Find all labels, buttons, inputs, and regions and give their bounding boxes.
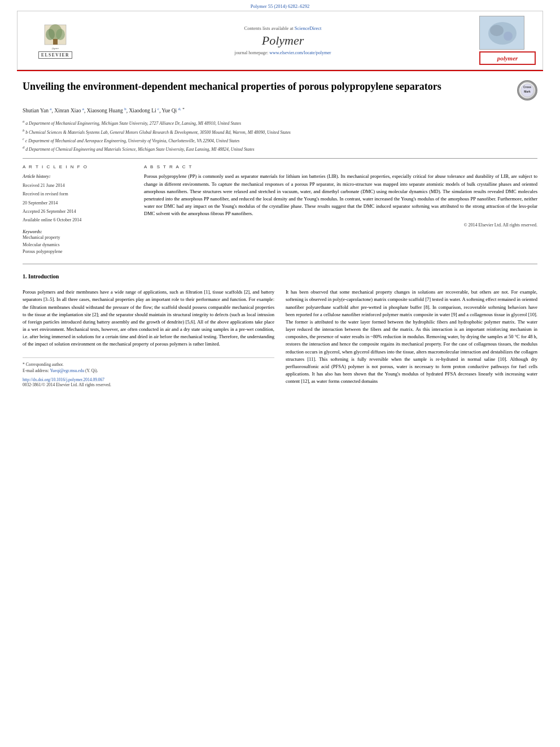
footer-links: http://dx.doi.org/10.1016/j.polymer.2014… xyxy=(23,377,274,387)
elsevier-tree-icon: figure xyxy=(39,22,72,50)
keyword-3: Porous polypropylene xyxy=(23,248,133,256)
article-content: Unveiling the environment-dependent mech… xyxy=(0,71,560,387)
polymer-logo-area: polymer xyxy=(479,16,536,65)
affil-a: a a Department of Mechanical Engineering… xyxy=(23,119,537,126)
affil-b: b b Chemical Sciences & Materials System… xyxy=(23,128,537,136)
introduction-section: 1. Introduction Porous polymers and thei… xyxy=(23,273,537,387)
crossmark-logo[interactable]: Cross Mark xyxy=(517,80,537,101)
abstract-text: Porous polypropylene (PP) is commonly us… xyxy=(144,173,537,217)
author-aff-a1: a xyxy=(50,107,51,111)
svg-point-2 xyxy=(46,29,55,40)
svg-text:Mark: Mark xyxy=(524,90,531,93)
journal-ref-bar: Polymer 55 (2014) 6282–6292 xyxy=(0,0,560,11)
journal-ref: Polymer 55 (2014) 6282–6292 xyxy=(251,3,310,9)
abstract-header: A B S T R A C T xyxy=(144,164,537,169)
email-link[interactable]: Yueqi@egr.msu.edu xyxy=(50,368,84,373)
svg-point-8 xyxy=(490,25,504,36)
journal-header: figure ELSEVIER Contents lists available… xyxy=(17,11,543,70)
author-yue: Yue Qi xyxy=(162,108,177,113)
affiliations: a a Department of Mechanical Engineering… xyxy=(23,119,537,152)
author-aff-b: b xyxy=(124,107,126,111)
author-aff-c: c xyxy=(158,107,159,111)
author-xiaosong: Xiaosong Huang xyxy=(87,108,123,113)
introduction-body: Porous polymers and their membranes have… xyxy=(23,289,537,387)
author-aff-d: d, xyxy=(178,107,181,111)
sciencedirect-label: Contents lists available at ScienceDirec… xyxy=(86,25,479,31)
intro-left-text: Porous polymers and their membranes have… xyxy=(23,289,274,348)
keywords-header: Keywords: xyxy=(23,229,133,234)
journal-header-center: Contents lists available at ScienceDirec… xyxy=(86,25,479,55)
homepage-link[interactable]: www.elsevier.com/locate/polymer xyxy=(269,50,331,55)
introduction-right-col: It has been observed that some mechanica… xyxy=(286,289,537,387)
journal-title: Polymer xyxy=(86,33,479,48)
authors-line: Shutian Yan a, Xinran Xiao a, Xiaosong H… xyxy=(23,106,537,115)
issn-text: 0032-3861/© 2014 Elsevier Ltd. All right… xyxy=(23,382,111,387)
keyword-2: Molecular dynamics xyxy=(23,242,133,249)
article-info-divider xyxy=(23,158,537,159)
introduction-title: 1. Introduction xyxy=(23,273,537,279)
affil-c: c c Department of Mechanical and Aerospa… xyxy=(23,136,537,144)
author-xiaodong: Xiaodong Li xyxy=(129,108,156,113)
sciencedirect-link[interactable]: ScienceDirect xyxy=(295,25,322,31)
revised-label: Received in revised form xyxy=(23,191,68,196)
abstract-col: A B S T R A C T Porous polypropylene (PP… xyxy=(144,164,537,256)
polymer-cover-image xyxy=(479,16,524,50)
section-title: Introduction xyxy=(28,273,59,279)
svg-text:figure: figure xyxy=(52,47,59,50)
introduction-left-col: Porous polymers and their membranes have… xyxy=(23,289,274,387)
article-title: Unveiling the environment-dependent mech… xyxy=(23,80,517,93)
author-shutian: Shutian Yan xyxy=(23,108,49,113)
author-aff-a2: a xyxy=(82,107,84,111)
accepted-date: Accepted 26 September 2014 xyxy=(23,209,76,214)
received-date: Received 21 June 2014 xyxy=(23,183,64,188)
keywords-section: Keywords: Mechanical property Molecular … xyxy=(23,229,133,256)
article-info-header: A R T I C L E I N F O xyxy=(23,164,133,169)
author-corresponding: * xyxy=(182,107,185,111)
author-xinran: Xinran Xiao xyxy=(54,108,81,113)
body-divider xyxy=(23,264,537,264)
email-note: E-mail address: Yueqi@egr.msu.edu (Y. Qi… xyxy=(23,368,274,374)
corresponding-note: * Corresponding author. xyxy=(23,361,274,368)
intro-right-text: It has been observed that some mechanica… xyxy=(286,289,537,385)
revised-date: 20 September 2014 xyxy=(23,200,58,206)
available-date: Available online 6 October 2014 xyxy=(23,217,81,222)
article-info-col: A R T I C L E I N F O Article history: R… xyxy=(23,164,133,256)
svg-rect-4 xyxy=(53,39,58,45)
article-title-section: Unveiling the environment-dependent mech… xyxy=(23,71,537,106)
section-number: 1. xyxy=(23,273,27,279)
svg-point-3 xyxy=(56,29,65,40)
article-info-abstract: A R T I C L E I N F O Article history: R… xyxy=(23,164,537,256)
article-history: Article history: Received 21 June 2014 R… xyxy=(23,173,133,223)
elsevier-wordmark: ELSEVIER xyxy=(38,51,72,59)
journal-homepage: journal homepage: www.elsevier.com/locat… xyxy=(86,50,479,55)
elsevier-logo-area: figure ELSEVIER xyxy=(24,22,86,59)
polymer-wordmark: polymer xyxy=(479,51,536,65)
keyword-1: Mechanical property xyxy=(23,234,133,242)
affil-d: d d Department of Chemical Engineering a… xyxy=(23,145,537,152)
footnote-section: * Corresponding author. E-mail address: … xyxy=(23,357,274,374)
svg-text:Cross: Cross xyxy=(523,86,531,89)
doi-link[interactable]: http://dx.doi.org/10.1016/j.polymer.2014… xyxy=(23,377,104,382)
copyright: © 2014 Elsevier Ltd. All rights reserved… xyxy=(144,222,537,228)
svg-point-9 xyxy=(504,32,513,41)
history-label: Article history: xyxy=(23,174,51,179)
